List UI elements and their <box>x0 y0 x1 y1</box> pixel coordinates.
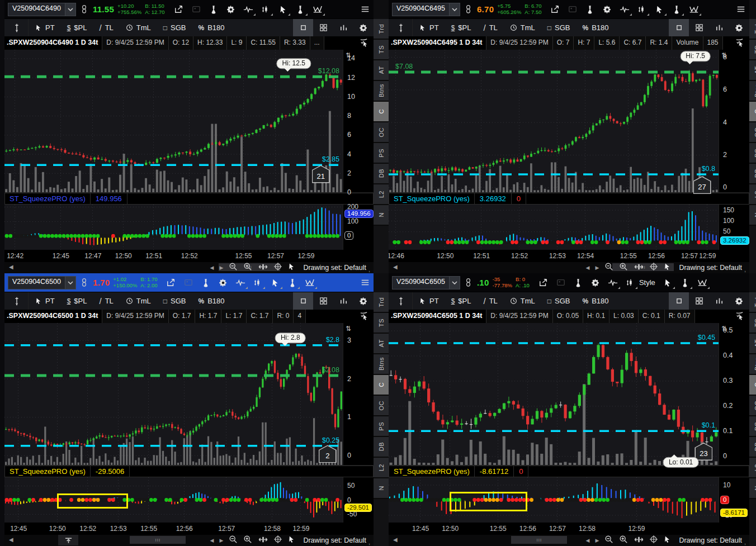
symbol-dropdown-button[interactable] <box>65 3 75 16</box>
tests-flask-icon[interactable] <box>672 4 682 15</box>
pointer-mode-icon[interactable] <box>735 37 745 49</box>
pointer-mode-icon[interactable] <box>735 311 745 322</box>
pt-button[interactable]: PT <box>413 292 445 310</box>
time-axis[interactable]: 12:4512:5012:5512:5612:5712:5812:59 <box>389 523 749 535</box>
auto-scale-icon[interactable]: ⇅ <box>346 325 351 333</box>
time-axis[interactable]: 12:4612:5012:5112:5212:5312:5412:5512:56… <box>389 250 749 262</box>
sidebar-tab-trd[interactable]: Trd <box>749 292 756 313</box>
pointer-tool-icon[interactable] <box>278 4 288 15</box>
share-icon[interactable] <box>550 4 560 15</box>
sidebar-tab-at[interactable]: AT <box>749 60 756 81</box>
scroll-left-icon[interactable]: ◀ <box>9 264 13 270</box>
chart-style-icon[interactable] <box>637 4 647 15</box>
price-axis[interactable]: ⇅3210 <box>343 323 374 465</box>
pin-toolbar-button[interactable] <box>390 292 413 310</box>
squeeze-study-label[interactable]: ST_SqueezePRO (yes) <box>389 193 475 205</box>
sidebar-tab-n[interactable]: N <box>749 478 756 499</box>
sidebar-tab-btns[interactable]: Btns <box>749 81 756 102</box>
tl-button[interactable]: /TL <box>477 292 503 310</box>
zoom-out-icon[interactable] <box>604 535 613 546</box>
sidebar-tab-n[interactable]: N <box>374 478 389 499</box>
sidebar-tab-l2[interactable]: L2 <box>374 184 389 205</box>
cursor-tool-icon[interactable] <box>663 263 671 273</box>
share-icon[interactable] <box>166 278 176 288</box>
indicator-pulse-icon[interactable] <box>608 278 618 288</box>
scrollbar-thumb[interactable]: III <box>130 536 186 544</box>
spl-button[interactable]: $$PL <box>61 19 93 36</box>
squeeze-plot-area[interactable]: 150100503.26932 <box>389 205 749 250</box>
pt-button[interactable]: PT <box>29 292 61 310</box>
scroll-left-arrow-icon[interactable]: ◀ <box>586 538 590 543</box>
sidebar-tab-ts[interactable]: TS <box>374 313 389 334</box>
sidebar-tab-oc[interactable]: OC <box>374 396 389 416</box>
squeeze-axis[interactable]: 10-100-8.6171 <box>719 477 749 523</box>
cursor-tool-icon[interactable] <box>663 535 671 545</box>
studies-flask-icon[interactable] <box>573 278 583 288</box>
sidebar-tab-ts[interactable]: TS <box>749 40 756 60</box>
sidebar-tab-n[interactable]: N <box>374 205 389 226</box>
scrollbar-thumb[interactable]: III <box>511 536 567 544</box>
sgb-button[interactable]: □SGB <box>541 19 577 36</box>
tml-button[interactable]: TmL <box>120 292 157 310</box>
pointer-mode-icon[interactable] <box>360 311 369 322</box>
sidebar-tab-oc[interactable]: OC <box>374 122 389 143</box>
drawing-set-label[interactable]: Drawing set: Default <box>679 264 742 272</box>
tl-button[interactable]: /TL <box>93 19 119 36</box>
tests-flask-icon[interactable] <box>295 4 305 15</box>
link-channel-icon[interactable] <box>464 278 474 288</box>
squeeze-study-label[interactable]: ST_SqueezePRO (yes) <box>389 466 475 477</box>
pt-button[interactable]: PT <box>29 19 61 36</box>
symbol-dropdown-button[interactable] <box>65 277 75 289</box>
share-icon[interactable] <box>538 278 549 288</box>
scroll-right-arrow-icon[interactable]: ▶ <box>595 265 599 270</box>
spl-button[interactable]: $$PL <box>445 19 478 36</box>
squeeze-axis[interactable]: 200100149.9560 <box>343 205 374 250</box>
sidebar-tab-c[interactable]: C <box>374 375 389 396</box>
time-axis[interactable]: 12:4512:5012:5212:5312:5512:5612:5712:58… <box>4 523 374 535</box>
maximize-panel-button[interactable] <box>669 19 689 36</box>
pt-button[interactable]: PT <box>413 19 445 36</box>
sidebar-tab-trd[interactable]: Trd <box>374 19 389 40</box>
indicator-pulse-icon[interactable] <box>235 278 245 288</box>
chart-settings-gear-button[interactable] <box>729 292 749 310</box>
settings-gear-icon[interactable] <box>590 278 601 288</box>
scroll-left-icon[interactable]: ◀ <box>393 536 398 543</box>
scroll-left-icon[interactable]: ◀ <box>393 264 398 270</box>
indicator-pulse-icon[interactable] <box>243 4 253 15</box>
time-axis[interactable]: 12:4212:4512:4712:5012:5112:5212:5512:57… <box>4 250 374 262</box>
squeeze-plot-area[interactable]: 200100149.9560 <box>4 205 374 250</box>
scroll-left-arrow-icon[interactable]: ◀ <box>586 265 590 270</box>
zoom-out-icon[interactable] <box>229 535 238 546</box>
drawing-set-label[interactable]: Drawing set: Default <box>303 536 366 544</box>
cursor-tool-icon[interactable] <box>287 535 295 545</box>
link-channel-icon[interactable] <box>79 278 89 288</box>
scroll-right-arrow-icon[interactable]: ▶ <box>595 538 599 543</box>
grid-layout-button[interactable] <box>313 19 333 36</box>
zoom-out-icon[interactable] <box>604 262 613 273</box>
sidebar-tab-ts[interactable]: TS <box>374 40 389 60</box>
symbol-input[interactable]: V250904C6490 <box>8 3 76 16</box>
expand-bars-icon[interactable] <box>634 263 644 273</box>
drawing-set-label[interactable]: Drawing set: Default <box>303 264 366 272</box>
sidebar-tab-ps[interactable]: PS <box>374 416 389 437</box>
zoom-in-icon[interactable] <box>619 535 628 546</box>
sidebar-tab-db[interactable]: DB <box>749 437 756 458</box>
spl-button[interactable]: $$PL <box>61 292 93 310</box>
sidebar-tab-l2[interactable]: L2 <box>749 184 756 205</box>
price-chart-area[interactable]: ⇅0.50.40.30.20.10 $0.45$0.1Lo: 0.0123 <box>389 323 749 465</box>
symbol-dropdown-button[interactable] <box>449 277 460 289</box>
squeeze-plot-area[interactable]: 500-50-29.501 <box>4 477 374 523</box>
price-axis[interactable]: ⇅0.50.40.30.20.10 <box>719 323 749 465</box>
tl-button[interactable]: /TL <box>93 292 119 310</box>
sidebar-tab-at[interactable]: AT <box>749 334 756 354</box>
tml-button[interactable]: TmL <box>120 19 157 36</box>
link-channel-icon[interactable] <box>79 4 89 15</box>
pin-toolbar-button[interactable] <box>6 292 29 310</box>
panel-menu-icon[interactable] <box>360 278 370 288</box>
tl-button[interactable]: /TL <box>477 19 503 36</box>
sidebar-tab-l2[interactable]: L2 <box>749 458 756 478</box>
sidebar-tab-trd[interactable]: Trd <box>374 292 389 313</box>
tml-button[interactable]: TmL <box>504 292 541 310</box>
zoom-in-icon[interactable] <box>243 262 252 273</box>
chart-mode-button[interactable] <box>709 19 729 36</box>
